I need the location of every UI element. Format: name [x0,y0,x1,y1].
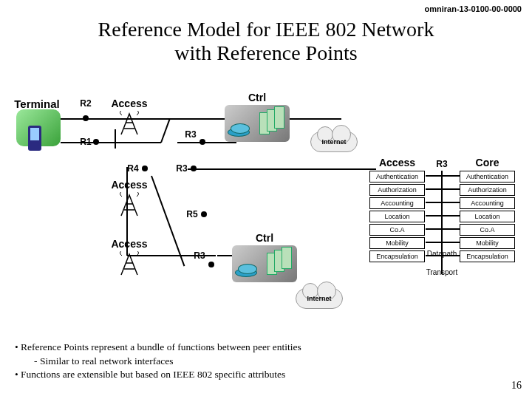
diagram: Terminal R2 R1 Access R3 Ctrl Internet R… [7,96,525,318]
servers-icon-2 [267,248,298,278]
transport-label: Transport [426,268,457,276]
access-node-1: Access [103,98,155,136]
ref-r5-dot [201,211,207,217]
ref-r3-label-mid: R3 [436,159,447,169]
bullet-list: Reference Points represent a bundle of f… [15,341,488,381]
slide-title: Reference Model for IEEE 802 Network wit… [0,18,532,65]
access-label-3: Access [103,238,155,250]
tower-icon-3 [120,251,139,276]
row-enc: Encapsulation [369,250,425,262]
access-label: Access [103,98,155,109]
ctrl-node-1: Ctrl [222,93,293,140]
router-icon-2 [235,268,257,277]
access-label-2: Access [103,179,155,191]
row-loc: Location [369,211,425,222]
ref-r3-dot-a [200,139,205,145]
row-enc-c: Encapsulation [460,250,515,262]
access-node-3: Access [103,238,155,276]
internet-label-2: Internet [307,295,331,302]
terminal-label: Terminal [14,98,59,110]
ref-r1-dot [93,139,99,145]
ref-r3-label-a: R3 [185,129,196,140]
servers-icon [259,108,290,137]
row-authz: Authorization [369,184,425,196]
phone-icon [28,126,41,151]
internet-cloud-1: Internet [310,132,358,152]
ref-r2-label: R2 [80,98,91,109]
ctrl-label-2: Ctrl [229,232,300,244]
ref-r3-dot-b [191,166,197,171]
row-coa: Co.A [369,224,425,236]
access-node-2: Access [103,179,155,217]
ref-r4-label: R4 [127,163,138,174]
doc-id: omniran-13-0100-00-0000 [425,4,522,13]
ref-r3-label-c: R3 [194,250,205,261]
row-mob-c: Mobility [460,237,515,249]
access-col-header: Access [369,157,425,168]
bullet-1: Reference Points represent a bundle of f… [15,341,488,354]
row-acct: Accounting [369,197,425,209]
row-authz-c: Authorization [460,184,515,196]
ref-r2-dot [83,115,89,121]
router-icon [228,128,250,137]
ref-r3-dot-c [208,262,214,267]
datapath-label: Datapath [427,250,457,258]
row-coa-c: Co.A [460,224,515,236]
core-entity-column: Core Authentication Authorization Accoun… [460,157,515,264]
core-col-header: Core [460,157,515,168]
ctrl-label: Ctrl [222,92,293,103]
ref-r3-label-b: R3 [176,163,187,174]
ctrl-node-2: Ctrl [229,233,300,281]
internet-cloud-2: Internet [296,288,343,309]
tower-icon-2 [120,192,139,217]
row-loc-c: Location [460,211,515,222]
page-number: 16 [511,380,522,392]
title-line-2: with Reference Points [174,41,357,64]
row-mob: Mobility [369,237,425,249]
row-auth-c: Authentication [460,171,515,183]
row-acct-c: Accounting [460,197,515,209]
bullet-2: Functions are extensible but based on IE… [15,368,488,381]
internet-label: Internet [321,138,346,146]
title-line-1: Reference Model for IEEE 802 Network [98,18,434,41]
row-auth: Authentication [369,171,425,183]
access-entity-column: Access Authentication Authorization Acco… [369,157,425,264]
ref-r1-label: R1 [80,137,91,147]
ref-r5-label: R5 [186,209,197,219]
ref-r4-dot [142,166,148,171]
tower-icon [120,111,139,136]
bullet-1a: Similar to real network interfaces [15,355,488,368]
